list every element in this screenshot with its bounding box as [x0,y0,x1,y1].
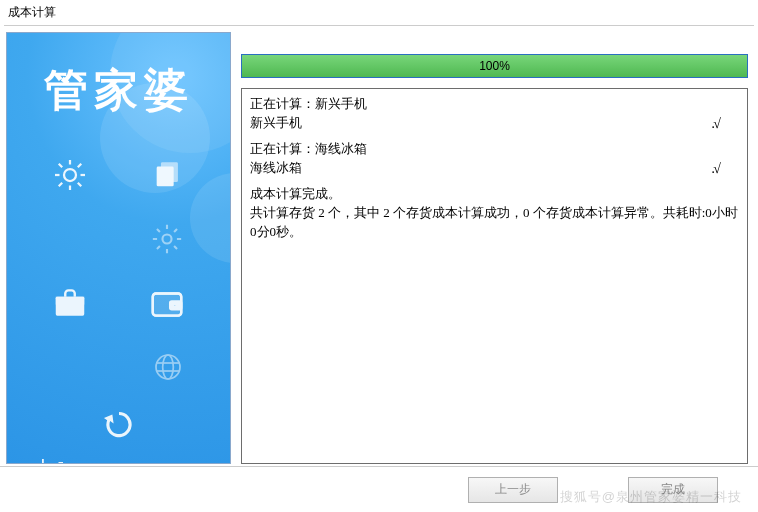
svg-point-11 [162,234,171,243]
window-title: 成本计算 [0,0,758,25]
barchart-icon [39,453,75,465]
svg-line-7 [59,182,62,185]
prev-button[interactable]: 上一步 [468,477,558,503]
svg-line-6 [78,182,81,185]
svg-point-18 [156,355,180,379]
wallet-icon [148,284,186,325]
svg-point-19 [163,355,174,379]
sidebar-icon-grid [7,138,230,464]
svg-point-0 [64,169,76,181]
sun-icon [52,157,88,196]
progress-bar: 100% [241,54,748,78]
svg-rect-24 [59,462,64,465]
finish-button[interactable]: 完成 [628,477,718,503]
log-output: 正在计算：新兴手机新兴手机.√正在计算：海线冰箱海线冰箱.√成本计算完成。共计算… [241,88,748,464]
briefcase-icon [51,284,89,325]
globe-icon [152,351,184,386]
footer-bar: 上一步 完成 [0,466,758,512]
progress-label: 100% [242,55,747,77]
svg-rect-27 [42,459,44,465]
svg-line-8 [78,163,81,166]
svg-point-17 [174,303,177,306]
svg-line-5 [59,163,62,166]
stack-icon [151,158,185,195]
gear-icon [150,222,184,259]
svg-rect-10 [156,166,173,186]
svg-rect-13 [56,296,85,304]
sidebar-banner: 管家婆 [6,32,231,464]
undo-icon [100,404,138,445]
